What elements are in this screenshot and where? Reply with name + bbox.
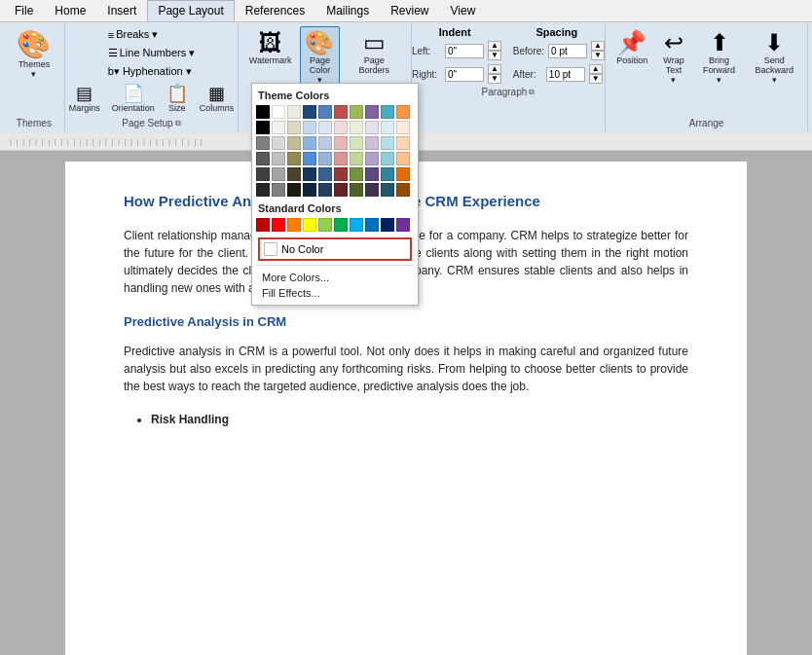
standard-color-swatch[interactable] xyxy=(350,218,363,232)
indent-left-down[interactable]: ▼ xyxy=(488,51,501,60)
indent-left-up[interactable]: ▲ xyxy=(488,41,501,51)
theme-color-swatch[interactable] xyxy=(334,136,348,150)
theme-color-swatch[interactable] xyxy=(272,121,285,134)
theme-color-swatch[interactable] xyxy=(365,136,379,150)
standard-color-swatch[interactable] xyxy=(318,218,332,232)
spacing-before-down[interactable]: ▼ xyxy=(591,51,605,60)
standard-color-swatch[interactable] xyxy=(381,218,394,232)
theme-color-swatch[interactable] xyxy=(365,167,379,181)
theme-color-swatch[interactable] xyxy=(350,105,363,119)
margins-button[interactable]: ▤ Margins xyxy=(64,82,105,116)
theme-color-swatch[interactable] xyxy=(381,121,394,134)
document-para2[interactable]: Predictive analysis in CRM is a powerful… xyxy=(124,343,688,395)
theme-color-swatch[interactable] xyxy=(272,183,285,197)
theme-color-swatch[interactable] xyxy=(303,167,316,181)
hyphenation-button[interactable]: b▾ Hyphenation ▾ xyxy=(103,63,197,80)
theme-color-swatch[interactable] xyxy=(272,152,285,165)
theme-color-swatch[interactable] xyxy=(256,136,270,150)
theme-color-swatch[interactable] xyxy=(303,136,316,150)
tab-references[interactable]: References xyxy=(235,0,315,21)
theme-color-swatch[interactable] xyxy=(334,121,348,134)
standard-color-swatch[interactable] xyxy=(287,218,301,232)
theme-color-swatch[interactable] xyxy=(287,136,301,150)
themes-button[interactable]: 🎨 Themes ▾ xyxy=(10,26,58,84)
send-backward-button[interactable]: ⬇ SendBackward ▾ xyxy=(747,26,801,90)
watermark-button[interactable]: 🖼 Watermark xyxy=(244,26,296,70)
tab-insert[interactable]: Insert xyxy=(96,0,147,21)
theme-color-swatch[interactable] xyxy=(318,183,332,197)
theme-color-swatch[interactable] xyxy=(350,183,363,197)
tab-mailings[interactable]: Mailings xyxy=(315,0,380,21)
theme-color-swatch[interactable] xyxy=(396,183,410,197)
theme-color-swatch[interactable] xyxy=(396,152,410,165)
theme-color-swatch[interactable] xyxy=(365,152,379,165)
more-colors-link[interactable]: More Colors... xyxy=(256,270,414,285)
paragraph-expand-icon[interactable]: ⧉ xyxy=(529,88,535,97)
theme-color-swatch[interactable] xyxy=(350,152,363,165)
breaks-button[interactable]: ≡ Breaks ▾ xyxy=(103,26,164,43)
theme-color-swatch[interactable] xyxy=(287,183,301,197)
tab-review[interactable]: Review xyxy=(380,0,439,21)
theme-color-swatch[interactable] xyxy=(365,183,379,197)
columns-button[interactable]: ▦ Columns xyxy=(195,82,240,116)
fill-effects-link[interactable]: Fill Effects... xyxy=(256,285,414,301)
theme-color-swatch[interactable] xyxy=(396,167,410,181)
tab-page-layout[interactable]: Page Layout xyxy=(147,0,234,21)
tab-file[interactable]: File xyxy=(4,0,44,21)
indent-right-input[interactable] xyxy=(445,67,484,82)
theme-color-swatch[interactable] xyxy=(381,136,394,150)
orientation-button[interactable]: 📄 Orientation xyxy=(107,82,160,116)
position-button[interactable]: 📌 Position xyxy=(611,26,652,70)
theme-color-swatch[interactable] xyxy=(318,105,332,119)
theme-color-swatch[interactable] xyxy=(256,183,270,197)
wrap-text-button[interactable]: ↩ WrapText ▾ xyxy=(656,26,690,90)
indent-right-down[interactable]: ▼ xyxy=(488,74,501,84)
standard-color-swatch[interactable] xyxy=(256,218,270,232)
page-borders-button[interactable]: ▭ Page Borders xyxy=(344,26,405,80)
theme-color-swatch[interactable] xyxy=(272,167,285,181)
line-numbers-button[interactable]: ☰ Line Numbers ▾ xyxy=(103,45,201,61)
theme-color-swatch[interactable] xyxy=(287,167,301,181)
no-color-button[interactable]: No Color xyxy=(258,237,412,261)
theme-color-swatch[interactable] xyxy=(334,105,348,119)
theme-color-swatch[interactable] xyxy=(350,167,363,181)
tab-home[interactable]: Home xyxy=(44,0,96,21)
theme-color-swatch[interactable] xyxy=(381,183,394,197)
theme-color-swatch[interactable] xyxy=(365,121,379,134)
theme-color-swatch[interactable] xyxy=(303,152,316,165)
theme-color-swatch[interactable] xyxy=(318,136,332,150)
theme-color-swatch[interactable] xyxy=(303,183,316,197)
theme-color-swatch[interactable] xyxy=(381,167,394,181)
page-color-button[interactable]: 🎨 PageColor ▾ xyxy=(300,26,340,90)
theme-color-swatch[interactable] xyxy=(287,105,301,119)
theme-color-swatch[interactable] xyxy=(303,121,316,134)
spacing-before-input[interactable] xyxy=(548,44,587,58)
spacing-after-up[interactable]: ▲ xyxy=(589,64,603,74)
theme-color-swatch[interactable] xyxy=(256,105,270,119)
indent-left-input[interactable] xyxy=(445,44,484,58)
size-button[interactable]: 📋 Size xyxy=(162,82,193,116)
theme-color-swatch[interactable] xyxy=(396,136,410,150)
theme-color-swatch[interactable] xyxy=(256,167,270,181)
bring-forward-button[interactable]: ⬆ BringForward ▾ xyxy=(695,26,744,90)
theme-color-swatch[interactable] xyxy=(256,121,270,134)
theme-color-swatch[interactable] xyxy=(396,105,410,119)
theme-color-swatch[interactable] xyxy=(381,152,394,165)
standard-color-swatch[interactable] xyxy=(334,218,348,232)
theme-color-swatch[interactable] xyxy=(334,167,348,181)
theme-color-swatch[interactable] xyxy=(318,167,332,181)
theme-color-swatch[interactable] xyxy=(334,183,348,197)
theme-color-swatch[interactable] xyxy=(365,105,379,119)
theme-color-swatch[interactable] xyxy=(396,121,410,134)
theme-color-swatch[interactable] xyxy=(318,152,332,165)
theme-color-swatch[interactable] xyxy=(287,121,301,134)
theme-color-swatch[interactable] xyxy=(303,105,316,119)
standard-color-swatch[interactable] xyxy=(396,218,410,232)
theme-color-swatch[interactable] xyxy=(381,105,394,119)
spacing-before-up[interactable]: ▲ xyxy=(591,41,605,51)
theme-color-swatch[interactable] xyxy=(318,121,332,134)
page-setup-expand-icon[interactable]: ⧉ xyxy=(175,119,181,128)
spacing-after-down[interactable]: ▼ xyxy=(589,74,603,84)
theme-color-swatch[interactable] xyxy=(272,136,285,150)
theme-color-swatch[interactable] xyxy=(256,152,270,165)
